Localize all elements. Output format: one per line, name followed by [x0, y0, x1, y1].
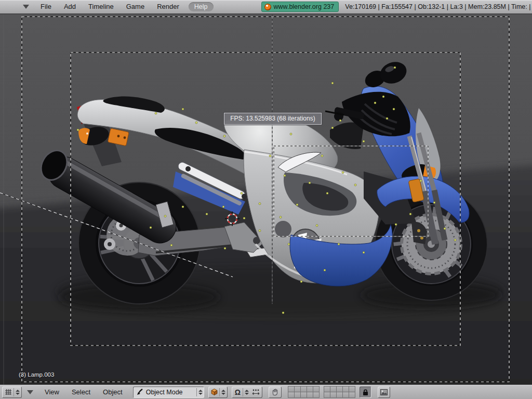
menu-timeline[interactable]: Timeline — [82, 0, 120, 14]
lock-button[interactable] — [360, 387, 371, 398]
header-collapse-icon[interactable] — [23, 5, 29, 9]
motorcycle-render — [0, 15, 532, 385]
blender-org-button[interactable]: www.blender.org 237 — [261, 2, 339, 12]
menu-object[interactable]: Object — [97, 385, 129, 399]
layer-buttons-2[interactable] — [324, 386, 355, 398]
image-icon — [380, 389, 388, 396]
scene-stats: Ve:170169 | Fa:155547 | Ob:132-1 | La:3 … — [345, 3, 532, 10]
menu-select[interactable]: Select — [65, 385, 97, 399]
layer-buttons-1[interactable] — [288, 386, 320, 398]
pivot-stepper[interactable] — [243, 388, 249, 396]
menu-file[interactable]: File — [34, 0, 58, 14]
render-preview-button[interactable] — [378, 387, 390, 398]
viewport-3d[interactable]: FPS: 13.525983 (68 iterations) (3) Lamp.… — [0, 15, 532, 385]
object-mode-icon — [136, 388, 144, 396]
hand-icon — [271, 388, 280, 396]
editor-type-button[interactable] — [2, 387, 22, 398]
fps-tooltip: FPS: 13.525983 (68 iterations) — [224, 113, 322, 125]
viewport-header: View Select Object Object Mode Ω — [0, 384, 532, 399]
mode-dropdown-stepper[interactable] — [196, 388, 203, 396]
pivot-group[interactable]: Ω — [232, 387, 262, 398]
menu-help[interactable]: Help — [189, 2, 214, 11]
blender-org-label: www.blender.org 237 — [274, 3, 335, 10]
top-header: File Add Timeline Game Render Help www.b… — [0, 0, 532, 14]
draw-type-button[interactable] — [208, 387, 228, 398]
drawtype-cube-icon — [210, 388, 218, 396]
pivot-icon: Ω — [234, 388, 242, 396]
editor-type-stepper[interactable] — [14, 388, 20, 396]
lock-icon — [362, 388, 369, 396]
blender-window: File Add Timeline Game Render Help www.b… — [0, 0, 532, 399]
draw-type-stepper[interactable] — [219, 388, 225, 396]
grid-editor-icon — [4, 388, 12, 396]
menu-view[interactable]: View — [38, 385, 65, 399]
mode-dropdown-value: Object Mode — [146, 389, 194, 396]
manipulator-icon[interactable] — [251, 388, 260, 396]
mode-dropdown[interactable]: Object Mode — [133, 387, 204, 398]
menu-render[interactable]: Render — [151, 0, 185, 14]
menu-game[interactable]: Game — [120, 0, 151, 14]
menu-add[interactable]: Add — [58, 0, 82, 14]
active-object-label: (3) Lamp.003 — [19, 371, 54, 378]
pan-button[interactable] — [269, 387, 282, 398]
header-collapse-icon-bottom[interactable] — [27, 390, 33, 394]
layer-1[interactable] — [288, 387, 294, 392]
blender-logo-icon — [264, 4, 271, 10]
